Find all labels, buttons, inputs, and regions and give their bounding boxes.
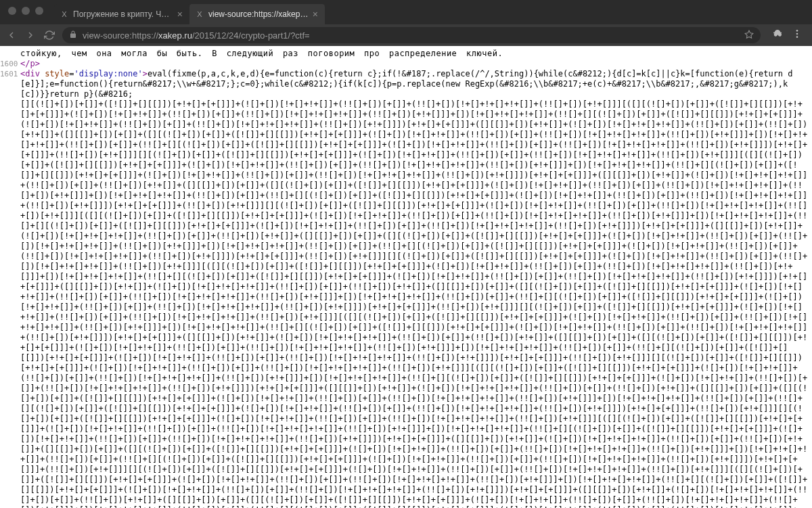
url-path: /2015/12/24/crypto-part1/?ctf=: [192, 30, 310, 41]
source-text: </p>: [20, 59, 812, 69]
minimize-window-button[interactable]: [22, 7, 30, 15]
view-source-content: стойкую, чем она могла бы быть. В следую…: [0, 46, 812, 508]
source-pre-line: стойкую, чем она могла бы быть. В следую…: [0, 49, 812, 59]
close-tab-icon[interactable]: ×: [313, 9, 318, 20]
toolbar-right-actions: [767, 28, 807, 43]
tag-end: >: [143, 69, 148, 78]
incognito-icon[interactable]: [771, 28, 784, 43]
source-line-1601: 1601 <div style='display:none'>eval(fixm…: [0, 69, 812, 99]
address-bar[interactable]: view-source:https://xakep.ru/2015/12/24/…: [62, 27, 761, 43]
source-text: <div style='display:none'>eval(fixme(p,a…: [20, 69, 812, 99]
tabs-container: X Погружение в крипту. Часть × X view-so…: [54, 0, 325, 24]
url-host: xakep.ru: [158, 30, 192, 41]
attr-value: 'display:none': [74, 69, 143, 78]
tab-title: Погружение в крипту. Часть: [73, 9, 173, 19]
line-number: 1600: [0, 59, 20, 69]
forward-button[interactable]: [24, 30, 37, 41]
favicon-icon: X: [60, 9, 69, 19]
line-number: 1601: [0, 69, 20, 99]
svg-point-2: [796, 33, 798, 35]
bookmark-star-icon[interactable]: [744, 30, 754, 41]
url-prefix: view-source:: [83, 30, 132, 41]
line-gutter: [0, 49, 20, 59]
tab-0[interactable]: X Погружение в крипту. Часть ×: [54, 4, 189, 24]
source-line-1600: 1600 </p>: [0, 59, 812, 69]
tab-title: view-source:https://xakep.ru/2: [208, 9, 309, 19]
obfuscated-js-block: [][(![]+[])[+[]]+([![]]+[][[]])[+!+[]+[+…: [0, 99, 812, 508]
mac-window-controls: [8, 7, 43, 15]
maximize-window-button[interactable]: [35, 7, 43, 15]
closing-tag: </p>: [20, 59, 40, 68]
svg-point-1: [796, 30, 798, 32]
attr-name: style: [45, 69, 69, 78]
reload-button[interactable]: [43, 30, 55, 41]
close-window-button[interactable]: [8, 7, 16, 15]
source-text: стойкую, чем она могла бы быть. В следую…: [20, 49, 812, 59]
browser-toolbar: view-source:https://xakep.ru/2015/12/24/…: [0, 24, 812, 46]
svg-marker-0: [745, 30, 753, 38]
url-protocol: https://: [132, 30, 158, 41]
svg-point-3: [796, 36, 798, 38]
tab-strip: X Погружение в крипту. Часть × X view-so…: [0, 0, 812, 24]
tab-1[interactable]: X view-source:https://xakep.ru/2 ×: [189, 4, 325, 24]
back-button[interactable]: [5, 30, 18, 41]
url-text: view-source:https://xakep.ru/2015/12/24/…: [83, 30, 739, 41]
open-tag: <div: [20, 69, 40, 78]
lock-icon: [69, 30, 77, 41]
close-tab-icon[interactable]: ×: [177, 9, 183, 20]
favicon-icon: X: [195, 9, 204, 19]
menu-icon[interactable]: [792, 28, 803, 42]
